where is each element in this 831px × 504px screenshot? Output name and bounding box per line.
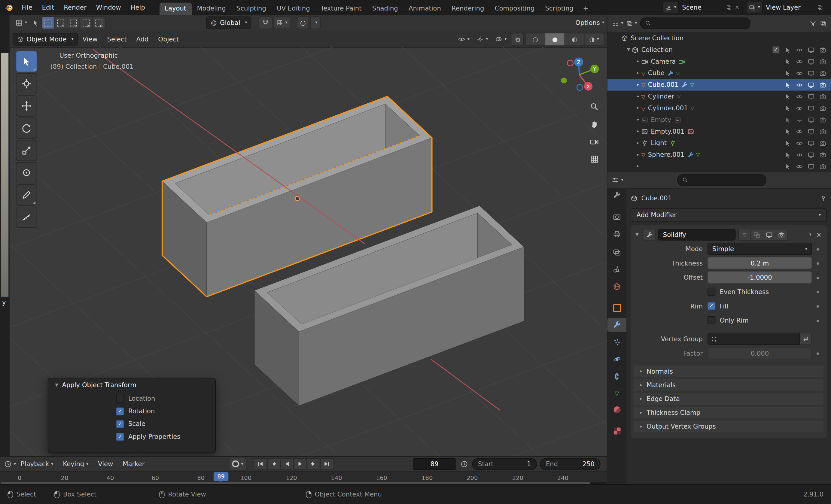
modifier-delete-button[interactable]: × [816,231,821,238]
shading-material-button[interactable]: ◐ [565,33,584,46]
section-thickness-clamp[interactable]: ▸Thickness Clamp [634,407,824,419]
outliner-row-camera[interactable]: ▸ Camera [607,56,831,67]
selectable-icon[interactable] [784,128,791,135]
tab-texture-paint[interactable]: Texture Paint [315,3,367,15]
selectable-icon[interactable] [784,81,791,88]
on-cage-toggle[interactable]: ▽ [738,229,751,241]
apply-properties-checkbox[interactable]: ✓ [116,433,124,440]
tab-constraints[interactable] [607,369,627,383]
select-mode-intersect-button[interactable]: ∩ [93,17,106,29]
outliner-row-cylinder[interactable]: ▸ ▽ Cylinder ▽ [607,91,831,102]
render-disable-icon[interactable] [819,81,826,88]
disclosure-closed-icon[interactable]: ▸ [635,118,641,122]
select-mode-extend-button[interactable]: + [55,17,67,29]
new-view-layer-icon[interactable] [817,4,823,10]
disclosure-closed-icon[interactable]: ▸ [635,153,641,157]
render-disable-icon[interactable] [819,116,826,123]
view-layer-name-field[interactable]: View Layer [763,1,827,13]
tool-cursor[interactable] [16,73,37,94]
render-toggle[interactable] [775,229,788,241]
overlays-dropdown[interactable]: ▾ [492,33,509,45]
tab-modifiers[interactable] [607,318,627,332]
tab-scripting[interactable]: Scripting [540,3,579,15]
disclosure-open-icon[interactable]: ▼ [626,48,632,52]
tool-move[interactable] [16,95,37,117]
selectable-icon[interactable] [784,163,791,170]
selectable-icon[interactable] [784,58,791,65]
animate-dot-icon[interactable]: ● [812,351,824,355]
play-reverse-button[interactable] [280,458,293,470]
transform-orientation-dropdown[interactable]: Global ▾ [206,17,251,29]
outliner-row-cylinder-001[interactable]: ▸ ▽ Cylinder.001 ▽ [607,102,831,114]
tool-scale[interactable] [16,140,37,161]
hide-eye-icon[interactable] [796,128,803,135]
hide-eye-icon[interactable] [796,163,803,170]
scene-browse-button[interactable]: ▾ [662,1,679,13]
tab-output[interactable] [607,227,627,241]
properties-editor-type-button[interactable]: ▾ [612,176,623,184]
fill-checkbox[interactable]: ✓ [708,302,715,310]
zoom-icon[interactable] [590,102,599,111]
outliner-row-scene-collection[interactable]: Scene Collection [607,32,831,44]
menu-help[interactable]: Help [126,0,150,15]
viewport-disable-icon[interactable] [808,128,814,135]
properties-editor[interactable]: ▾ ▽ Cu [607,172,831,485]
modifier-extras-dropdown[interactable]: ▾ [809,233,811,237]
play-button[interactable] [293,458,307,470]
jump-to-end-button[interactable] [320,458,333,470]
outliner-row-cube[interactable]: ▸ ▽ Cube ▽ [607,67,831,79]
tab-compositing[interactable]: Compositing [489,3,540,15]
section-edge-data[interactable]: ▸Edge Data [634,393,824,405]
disclosure-closed-icon[interactable]: ▸ [635,129,641,134]
tab-texture[interactable] [607,424,627,438]
selectable-icon[interactable] [784,93,791,100]
tab-sculpting[interactable]: Sculpting [231,3,271,15]
animate-dot-icon[interactable]: ● [812,275,824,279]
animate-dot-icon[interactable]: ● [812,261,824,265]
viewport-disable-icon[interactable] [808,46,814,53]
editor-type-button[interactable]: ▾ [12,17,29,29]
tool-rotate[interactable] [16,118,37,139]
shading-rendered-button[interactable]: ◑▾ [585,33,604,46]
gizmos-dropdown[interactable]: ▾ [474,33,491,45]
only-rim-checkbox[interactable] [708,316,715,324]
tab-shading[interactable]: Shading [367,3,403,15]
proportional-edit-button[interactable]: ○ [297,17,309,29]
viewport-disable-icon[interactable] [808,81,814,88]
offset-slider[interactable]: -1.0000 [708,271,812,284]
options-dropdown[interactable]: Options▾ [575,19,604,27]
render-disable-icon[interactable] [819,128,826,135]
scale-checkbox[interactable]: ✓ [116,420,124,428]
disclosure-closed-icon[interactable]: ▸ [635,83,641,87]
viewport-canvas[interactable]: User Orthographic (89) Collection | Cube… [10,47,607,456]
outliner-row-cube-001[interactable]: ▸ ▽ Cube.001 ▽ [607,79,831,91]
section-output-vertex-groups[interactable]: ▸Output Vertex Groups [634,421,824,433]
next-keyframe-button[interactable] [307,458,320,470]
outliner-row-empty-001[interactable]: ▸ Empty.001 [607,125,831,137]
tab-layout[interactable]: Layout [160,3,192,15]
outliner-display-mode-button[interactable]: ▾ [626,20,637,26]
tool-select-box[interactable] [16,51,37,72]
scene-name-field[interactable]: Scene × [679,1,743,13]
outliner[interactable]: ▾ ▾ Scene Collection ▼ Collection ✓ [607,15,831,172]
hide-eye-icon[interactable] [796,58,803,65]
collection-exclude-checkbox[interactable]: ✓ [772,46,780,54]
outliner-row-sphere-001[interactable]: ▸ ▽ Sphere.001 ▽ [607,149,831,161]
apply-panel-title-row[interactable]: ▼ Apply Object Transform [48,378,216,392]
pin-icon[interactable] [820,195,827,202]
outliner-editor-type-button[interactable]: ▾ [612,20,623,27]
menu-file[interactable]: File [17,0,37,15]
view-layer-browse-button[interactable]: ▾ [746,1,763,13]
section-materials[interactable]: ▸Materials [634,379,824,391]
playhead-frame-badge[interactable]: 89 [213,472,228,481]
visibility-dropdown[interactable]: ▾ [455,33,472,45]
selectable-icon[interactable] [784,105,791,112]
disclosure-closed-icon[interactable]: ▸ [635,59,641,64]
viewport-disable-icon[interactable] [808,163,814,170]
tab-physics[interactable] [607,352,627,366]
viewport-disable-icon[interactable] [808,140,814,147]
invert-vertex-group-button[interactable]: ⇄ [800,333,812,345]
mode-dropdown[interactable]: Simple▾ [708,243,812,255]
hide-eye-icon[interactable] [796,46,803,53]
hide-eye-icon[interactable] [796,70,803,77]
